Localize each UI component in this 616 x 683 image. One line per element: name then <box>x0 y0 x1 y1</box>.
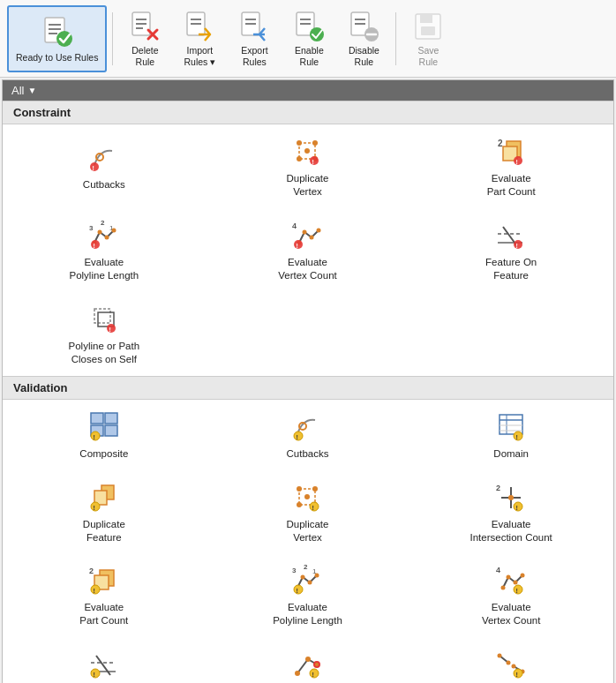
validation-header: Validation <box>3 377 613 400</box>
svg-point-115 <box>301 575 305 580</box>
composite-item[interactable]: ! Composite <box>3 400 207 470</box>
svg-point-97 <box>297 502 302 507</box>
evaluate-part-count-constraint-item[interactable]: 2 ! EvaluatePart Count <box>409 124 613 208</box>
svg-text:3: 3 <box>292 567 297 574</box>
evaluate-part-count-validation-icon: 2 ! <box>86 562 122 597</box>
composite-icon: ! <box>86 409 122 444</box>
cutbacks-constraint-icon: ! <box>86 139 122 175</box>
find-disconnected-polylines-icon: ! <box>493 646 529 681</box>
svg-point-35 <box>297 140 302 146</box>
svg-point-94 <box>312 486 318 492</box>
polyline-closes-constraint-item[interactable]: ! Polyline or PathCloses on Self <box>3 292 207 376</box>
svg-point-52 <box>104 235 109 239</box>
svg-point-116 <box>308 581 312 585</box>
import-rules-button[interactable]: ImportRules ▾ <box>173 5 226 72</box>
svg-point-61 <box>294 240 303 249</box>
evaluate-intersection-count-icon: 2 ! <box>493 479 529 514</box>
svg-text:2: 2 <box>304 563 308 571</box>
evaluate-part-count-constraint-icon: 2 ! <box>493 133 529 169</box>
find-dangles-item[interactable]: ! FindDangles <box>207 637 410 683</box>
svg-text:!: ! <box>516 672 518 678</box>
evaluate-vertex-count-validation-item[interactable]: 4 ! EvaluateVertex Count <box>409 553 613 637</box>
svg-point-134 <box>295 671 300 676</box>
svg-point-54 <box>91 240 100 249</box>
svg-point-90 <box>91 502 100 511</box>
svg-text:!: ! <box>312 159 314 165</box>
evaluate-polyline-length-validation-item[interactable]: 3 2 1 ! EvaluatePolyline Length <box>207 553 410 637</box>
svg-text:!: ! <box>516 159 518 165</box>
svg-point-45 <box>514 156 522 165</box>
svg-text:!: ! <box>93 243 94 249</box>
duplicate-feature-item[interactable]: ! DuplicateFeature <box>3 470 207 554</box>
empty-constraint-1 <box>207 292 410 376</box>
evaluate-part-count-validation-item[interactable]: 2 ! EvaluatePart Count <box>3 553 207 637</box>
evaluate-vertex-count-constraint-item[interactable]: 4 ! EvaluateVertex Count <box>207 208 410 292</box>
enable-rule-button[interactable]: EnableRule <box>282 5 335 72</box>
svg-rect-30 <box>421 26 435 35</box>
svg-point-125 <box>514 585 522 594</box>
svg-point-98 <box>310 502 319 511</box>
evaluate-intersection-count-item[interactable]: 2 ! EvaluateIntersection Count <box>409 470 613 554</box>
svg-text:4: 4 <box>292 221 297 230</box>
evaluate-intersection-count-label: EvaluateIntersection Count <box>470 518 552 544</box>
svg-point-136 <box>314 662 319 667</box>
delete-rule-icon <box>126 10 163 44</box>
svg-point-123 <box>514 581 518 585</box>
cutbacks-constraint-label: Cutbacks <box>83 178 125 191</box>
delete-rule-label: DeleteRule <box>131 45 158 67</box>
svg-text:!: ! <box>516 434 518 440</box>
duplicate-vertex-validation-item[interactable]: ! DuplicateVertex <box>207 470 410 554</box>
evaluate-polyline-length-constraint-item[interactable]: 3 2 1 ! EvaluatePolyline Length <box>3 208 207 292</box>
svg-point-143 <box>512 664 516 669</box>
evaluate-vertex-count-constraint-icon: 4 ! <box>289 217 325 252</box>
ready-to-use-button[interactable]: Ready to Use Rules <box>7 5 107 72</box>
evaluate-polyline-length-validation-icon: 3 2 1 ! <box>289 562 325 597</box>
save-rule-label: SaveRule <box>417 45 439 67</box>
svg-text:!: ! <box>516 588 518 594</box>
enable-rule-icon <box>290 10 327 44</box>
svg-rect-73 <box>105 413 117 424</box>
svg-point-130 <box>91 669 100 678</box>
constraint-header: Constraint <box>3 101 613 124</box>
svg-point-103 <box>508 495 514 500</box>
polyline-closes-constraint-icon: ! <box>86 301 122 336</box>
svg-point-104 <box>514 502 522 511</box>
svg-point-118 <box>294 585 303 594</box>
constraint-section: Constraint ! Cutbacks <box>3 101 613 376</box>
cutbacks-constraint-item[interactable]: ! Cutbacks <box>3 124 207 208</box>
svg-text:!: ! <box>516 243 518 249</box>
svg-text:!: ! <box>297 243 298 249</box>
evaluate-part-count-validation-label: EvaluatePart Count <box>79 601 128 627</box>
svg-point-59 <box>310 235 314 239</box>
export-rules-button[interactable]: ExportRules <box>228 5 281 72</box>
constraint-grid: ! Cutbacks ! <box>3 124 613 376</box>
save-rule-button[interactable]: SaveRule <box>402 5 454 72</box>
svg-text:!: ! <box>297 434 298 440</box>
svg-point-37 <box>304 148 310 154</box>
filter-bar[interactable]: All ▼ <box>3 80 613 101</box>
delete-rule-button[interactable]: DeleteRule <box>118 5 171 72</box>
domain-label: Domain <box>493 447 529 461</box>
duplicate-vertex-constraint-icon: ! <box>289 133 325 169</box>
polyline-closes-constraint-label: Polyline or PathCloses on Self <box>69 340 140 366</box>
save-rule-icon <box>409 10 447 44</box>
duplicate-vertex-constraint-item[interactable]: ! DuplicateVertex <box>207 124 410 208</box>
validation-section: Validation ! Composite <box>3 376 613 683</box>
feature-on-feature-validation-item[interactable]: ! Feature OnFeature <box>3 637 207 683</box>
domain-item[interactable]: ! Domain <box>409 400 613 470</box>
find-disconnected-polylines-item[interactable]: ! Find DisconnectedPolylines <box>409 637 613 683</box>
evaluate-vertex-count-validation-label: EvaluateVertex Count <box>482 601 540 627</box>
svg-point-51 <box>97 229 101 234</box>
svg-text:!: ! <box>109 326 110 333</box>
cutbacks-validation-item[interactable]: ! Cutbacks <box>207 400 410 470</box>
toolbar: Ready to Use Rules DeleteRule <box>0 0 616 78</box>
duplicate-vertex-constraint-label: DuplicateVertex <box>287 172 329 199</box>
duplicate-vertex-validation-label: DuplicateVertex <box>287 518 329 544</box>
svg-point-95 <box>304 494 310 499</box>
feature-on-feature-constraint-item[interactable]: ! Feature OnFeature <box>409 208 613 292</box>
svg-point-122 <box>507 575 511 580</box>
disable-rule-button[interactable]: DisableRule <box>337 5 390 72</box>
import-rules-label: ImportRules ▾ <box>184 45 216 67</box>
svg-point-135 <box>305 657 311 662</box>
svg-point-40 <box>310 156 319 165</box>
